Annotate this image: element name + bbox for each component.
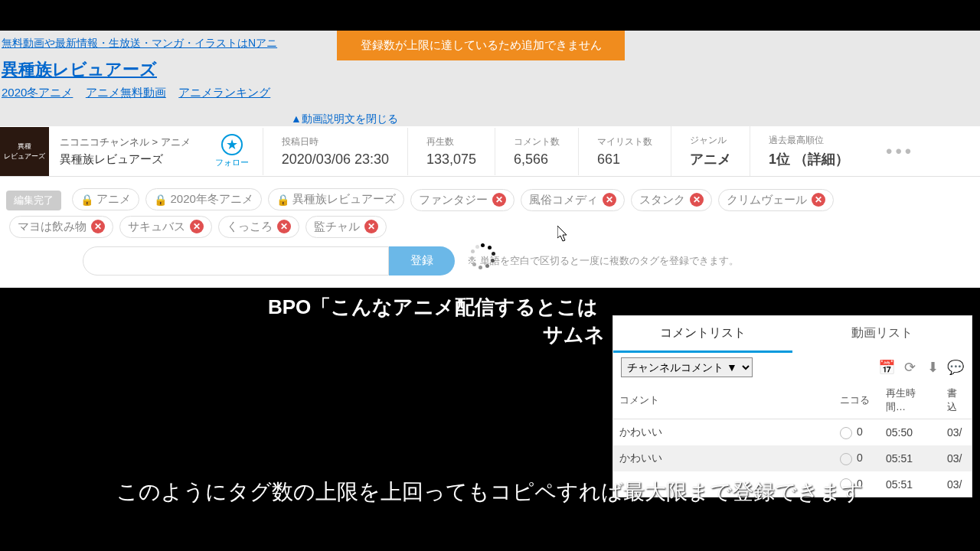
tag-removable[interactable]: マヨは飲み物✕ (9, 216, 113, 238)
category-links: 2020冬アニメ アニメ無料動画 アニメランキング (0, 83, 980, 109)
tag-removable[interactable]: くっころ✕ (218, 216, 299, 238)
remove-tag-icon[interactable]: ✕ (812, 193, 825, 207)
tag-removable[interactable]: ファンタジー✕ (410, 189, 514, 211)
remove-tag-icon[interactable]: ✕ (190, 220, 204, 233)
comment-row[interactable]: かわいい 005:5003/ (613, 419, 972, 446)
tags-area: 編集完了 🔒アニメ🔒2020年冬アニメ🔒異種族レビュアーズファンタジー✕風俗コメ… (0, 177, 980, 288)
more-icon[interactable]: ••• (867, 141, 933, 162)
tag-locked[interactable]: 🔒2020年冬アニメ (145, 188, 261, 210)
info-bar: 異種レビュアーズ ニコニコチャンネル > アニメ 異種族レビュアーズ ★ フォロ… (0, 126, 980, 177)
lock-icon: 🔒 (80, 194, 93, 206)
remove-tag-icon[interactable]: ✕ (690, 193, 704, 207)
edit-done-button[interactable]: 編集完了 (6, 191, 61, 210)
cat-link-2[interactable]: アニメランキング (178, 86, 270, 99)
tag-input[interactable] (83, 246, 389, 276)
star-icon: ★ (221, 134, 243, 155)
refresh-icon[interactable]: ⟳ (901, 359, 918, 376)
remove-tag-icon[interactable]: ✕ (277, 220, 291, 233)
breadcrumb: ニコニコチャンネル > アニメ 異種族レビュアーズ (49, 129, 201, 173)
mouse-cursor (557, 226, 570, 246)
follow-button[interactable]: ★ フォロー (201, 131, 263, 171)
download-icon[interactable]: ⬇ (924, 359, 941, 376)
tag-locked[interactable]: 🔒アニメ (72, 188, 139, 210)
tag-hint: ※ 単語を空白で区切ると一度に複数のタグを登録できます。 (467, 254, 739, 268)
tag-removable[interactable]: スタンク✕ (631, 189, 712, 211)
cat-link-1[interactable]: アニメ無料動画 (86, 86, 166, 99)
lock-icon: 🔒 (276, 194, 289, 206)
video-subtitle: このようにタグ数の上限を上回ってもコピペすれば最大限まで登録できます (0, 478, 980, 507)
cat-link-0[interactable]: 2020冬アニメ (2, 86, 73, 99)
tag-removable[interactable]: 風俗コメディ✕ (521, 189, 625, 211)
calendar-icon[interactable]: 📅 (878, 359, 895, 376)
top-nav-link[interactable]: 無料動画や最新情報・生放送・マンガ・イラストはNアニ (0, 34, 279, 54)
remove-tag-icon[interactable]: ✕ (364, 220, 378, 233)
tag-removable[interactable]: 監チャル✕ (305, 216, 387, 238)
video-overlay-text-1: BPO「こんなアニメ配信するとこは (268, 294, 598, 321)
comment-sidebar: コメントリスト 動画リスト チャンネルコメント ▼ 📅 ⟳ ⬇ 💬 コメントニコ… (612, 315, 972, 497)
comment-filter-select[interactable]: チャンネルコメント ▼ (621, 357, 753, 377)
tab-comment-list[interactable]: コメントリスト (613, 316, 792, 353)
lock-icon: 🔒 (154, 194, 167, 206)
remove-tag-icon[interactable]: ✕ (492, 193, 506, 207)
tag-register-button[interactable]: 登録 (389, 246, 455, 276)
tag-removable[interactable]: クリムヴェール✕ (718, 189, 834, 211)
comment-row[interactable]: かわいい 005:5103/ (613, 445, 972, 471)
tag-locked[interactable]: 🔒異種族レビュアーズ (268, 188, 404, 210)
channel-thumbnail[interactable]: 異種レビュアーズ (0, 127, 49, 176)
close-description-link[interactable]: ▲動画説明文を閉じる (0, 112, 980, 126)
remove-tag-icon[interactable]: ✕ (91, 220, 105, 233)
loading-spinner (470, 243, 496, 269)
remove-tag-icon[interactable]: ✕ (603, 193, 616, 207)
video-overlay-text-2: サムネ (543, 321, 605, 348)
tag-removable[interactable]: サキュバス✕ (119, 216, 212, 238)
error-toast: 登録数が上限に達しているため追加できません (337, 31, 625, 60)
chat-icon[interactable]: 💬 (947, 359, 964, 376)
tab-video-list[interactable]: 動画リスト (792, 316, 972, 353)
